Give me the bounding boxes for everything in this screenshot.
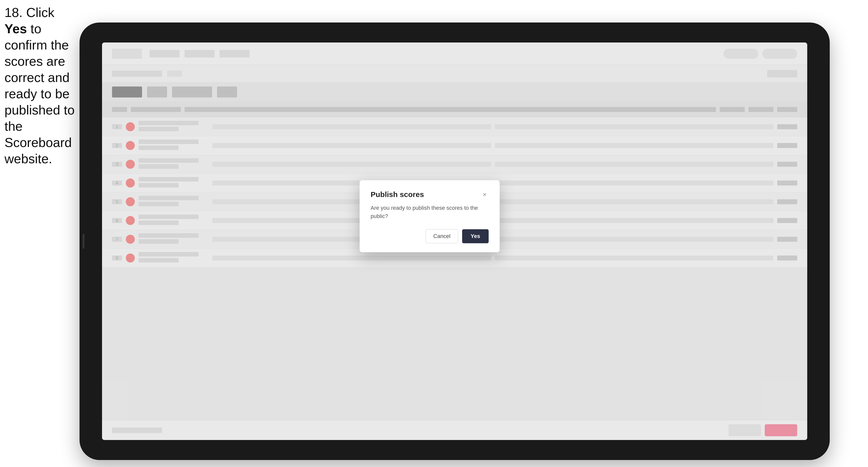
instruction-part2: to confirm the scores are correct and re…	[4, 22, 74, 166]
dialog-close-button[interactable]: ×	[480, 190, 489, 198]
dialog-title: Publish scores	[371, 190, 424, 199]
tablet-screen: 1 2	[102, 42, 807, 440]
dialog-header: Publish scores ×	[371, 190, 489, 199]
instruction-bold: Yes	[4, 22, 27, 36]
dialog-body-text: Are you ready to publish these scores to…	[371, 204, 489, 220]
instruction-part1: Click	[23, 5, 54, 20]
publish-scores-dialog: Publish scores × Are you ready to publis…	[360, 180, 500, 252]
modal-overlay: Publish scores × Are you ready to publis…	[102, 42, 807, 440]
instruction-text: 18. Click Yes to confirm the scores are …	[4, 4, 77, 167]
yes-button[interactable]: Yes	[462, 229, 489, 243]
tablet-power-button	[83, 234, 85, 249]
step-number: 18.	[4, 5, 23, 20]
cancel-button[interactable]: Cancel	[426, 229, 458, 243]
tablet-frame: 1 2	[80, 23, 830, 460]
dialog-footer: Cancel Yes	[371, 229, 489, 243]
